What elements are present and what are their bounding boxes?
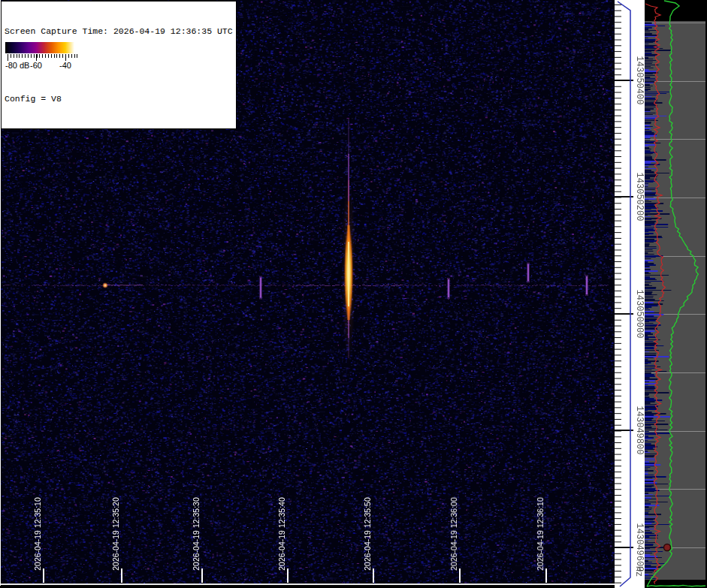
- frequency-label: 143049600: [634, 523, 645, 572]
- capture-time-text: Screen Capture Time: 2026-04-19 12:36:35…: [5, 26, 233, 37]
- time-axis-label: 2026-04-19 12:35:20: [111, 497, 120, 571]
- time-tick: [121, 568, 122, 583]
- spectrogram-screen-capture: Screen Capture Time: 2026-04-19 12:36:35…: [0, 0, 707, 588]
- colorbar-tick-minus60: [36, 54, 37, 61]
- intensity-colorbar: -80 dB -60 -40: [5, 41, 83, 73]
- time-tick: [545, 568, 547, 583]
- frequency-label: 143050200: [634, 173, 645, 222]
- colorbar-gradient: [5, 42, 81, 53]
- time-axis-label: 2026-04-19 12:35:30: [192, 497, 201, 571]
- time-axis-label: 2026-04-19 12:35:50: [363, 497, 372, 571]
- capture-config-text: Config = V8: [5, 93, 233, 104]
- colorbar-tick-minus40: [65, 54, 66, 61]
- frequency-unit-label: Hz: [633, 566, 644, 577]
- time-axis-label: 2026-04-19 12:36:00: [449, 497, 458, 571]
- frequency-label: 143049800: [634, 406, 645, 455]
- time-tick: [43, 568, 44, 583]
- frequency-label: 143050400: [634, 56, 645, 105]
- time-axis-label: 2026-04-19 12:35:10: [33, 497, 42, 571]
- time-tick: [287, 568, 289, 583]
- colorbar-tick-minus80: [8, 54, 8, 61]
- time-tick: [459, 568, 461, 583]
- time-axis-label: 2026-04-19 12:35:40: [277, 497, 286, 571]
- colorbar-label-minus40: -40: [59, 61, 71, 70]
- frequency-label: 143050000: [634, 290, 645, 339]
- colorbar-minor-ticks: [8, 54, 78, 58]
- colorbar-label-minus60: -60: [30, 61, 42, 70]
- time-axis-label: 2026-04-19 12:36:10: [536, 497, 545, 571]
- time-tick: [201, 568, 203, 583]
- time-tick: [373, 568, 374, 583]
- colorbar-label-minus80db: -80 dB: [5, 61, 29, 70]
